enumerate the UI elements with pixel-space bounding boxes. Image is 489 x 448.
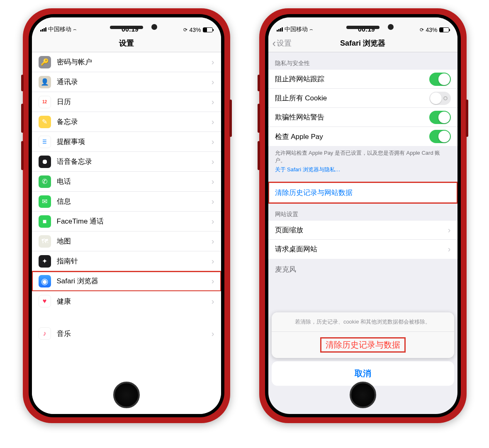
front-camera — [151, 24, 157, 30]
nav-title: Safari 浏览器 — [340, 38, 385, 48]
nav-bar: ‹ 设置 Safari 浏览器 — [268, 34, 457, 52]
chevron-right-icon: › — [212, 329, 214, 338]
settings-item-label: 备忘录 — [57, 117, 212, 127]
chevron-right-icon: › — [212, 157, 214, 166]
settings-item-label: 密码与帐户 — [57, 57, 212, 67]
toggle-switch[interactable] — [429, 92, 451, 105]
settings-item[interactable]: ◉Safari 浏览器› — [32, 271, 221, 291]
settings-item[interactable]: ■FaceTime 通话› — [32, 212, 221, 231]
settings-item-label: 提醒事项 — [57, 137, 212, 146]
settings-item[interactable]: ♪音乐› — [32, 324, 221, 343]
settings-item[interactable]: 12日历› — [32, 92, 221, 112]
front-camera — [388, 24, 394, 30]
power-button — [466, 100, 468, 137]
wifi-icon: ⌢ — [73, 26, 77, 33]
sheet-message: 若清除，历史记录、cookie 和其他浏览数据都会被移除。 — [272, 312, 454, 332]
settings-item[interactable]: ✆电话› — [32, 172, 221, 192]
settings-item-label: 地图 — [57, 236, 212, 246]
section-privacy-header: 隐私与安全性 — [268, 52, 457, 70]
settings-item[interactable]: 🔑密码与帐户› — [32, 52, 221, 72]
chevron-right-icon: › — [212, 256, 214, 266]
safari-settings-content[interactable]: 隐私与安全性 阻止跨网站跟踪阻止所有 Cookie欺骗性网站警告检查 Apple… — [268, 52, 457, 414]
phone-right: 中国移动 ⌢ 00:19 ⟳ 43% ‹ 设置 Safari 浏览器 隐私与安全… — [259, 8, 467, 423]
privacy-link[interactable]: 关于 Safari 浏览器与隐私… — [275, 166, 451, 173]
app-icon: ◉ — [39, 275, 51, 287]
volume-up — [21, 104, 24, 133]
carrier-label: 中国移动 — [48, 26, 71, 33]
app-icon: ■ — [39, 215, 51, 228]
sheet-clear-button[interactable]: 清除历史记录与数据 — [272, 332, 454, 358]
toggle-label: 阻止所有 Cookie — [275, 93, 429, 103]
battery-pct: 43% — [189, 27, 201, 33]
carrier-label: 中国移动 — [285, 26, 308, 33]
chevron-right-icon: › — [212, 276, 214, 286]
chevron-right-icon: › — [448, 244, 451, 254]
settings-item[interactable]: ✦指南针› — [32, 251, 221, 271]
settings-item-label: 电话 — [57, 177, 212, 186]
settings-item-label: Safari 浏览器 — [57, 276, 212, 286]
chevron-right-icon: › — [212, 236, 214, 246]
mute-switch — [258, 75, 260, 91]
app-icon: ✎ — [39, 116, 51, 128]
section-site-header: 网站设置 — [268, 203, 457, 221]
toggle-switch[interactable] — [429, 111, 451, 124]
chevron-right-icon: › — [212, 117, 214, 127]
settings-item[interactable]: 🗺地图› — [32, 231, 221, 251]
settings-item[interactable]: ✎备忘录› — [32, 112, 221, 132]
toggle-label: 欺骗性网站警告 — [275, 112, 429, 122]
battery-icon — [439, 27, 449, 32]
nav-bar: 设置 — [32, 34, 221, 52]
signal-icon — [40, 27, 46, 32]
toggle-switch[interactable] — [429, 73, 451, 86]
toggle-row: 阻止跨网站跟踪 — [268, 70, 457, 89]
settings-item[interactable]: ☰提醒事项› — [32, 132, 221, 152]
earpiece — [110, 26, 143, 29]
applepay-note: 允许网站检查 Apple Pay 是否已设置，以及您是否拥有 Apple Car… — [268, 146, 457, 177]
app-icon: 👤 — [39, 76, 51, 88]
toggle-row: 检查 Apple Pay — [268, 127, 457, 146]
settings-item-label: 音乐 — [57, 329, 212, 338]
volume-up — [258, 104, 260, 133]
site-settings-row[interactable]: 页面缩放› — [268, 221, 457, 240]
app-icon: ♪ — [39, 327, 51, 340]
settings-item-label: 日历 — [57, 97, 212, 107]
nav-title: 设置 — [119, 38, 134, 48]
settings-item-label: 语音备忘录 — [57, 157, 212, 166]
app-icon: 12 — [39, 96, 51, 108]
back-button[interactable]: ‹ 设置 — [272, 34, 292, 52]
chevron-right-icon: › — [212, 177, 214, 186]
chevron-right-icon: › — [448, 225, 451, 235]
row-label: 页面缩放 — [275, 225, 448, 235]
chevron-right-icon: › — [212, 77, 214, 87]
app-icon: ✉ — [39, 195, 51, 208]
site-settings-row[interactable]: 请求桌面网站› — [268, 240, 457, 259]
settings-item[interactable]: ⏺语音备忘录› — [32, 152, 221, 172]
toggle-label: 检查 Apple Pay — [275, 132, 429, 141]
app-icon: ♥ — [39, 295, 51, 307]
settings-list[interactable]: 🔑密码与帐户›👤通讯录›12日历›✎备忘录›☰提醒事项›⏺语音备忘录›✆电话›✉… — [32, 52, 221, 414]
chevron-right-icon: › — [212, 197, 214, 206]
app-icon: ✦ — [39, 255, 51, 268]
toggle-row: 阻止所有 Cookie — [268, 89, 457, 108]
settings-item-label: FaceTime 通话 — [57, 217, 212, 226]
battery-pct: 43% — [426, 27, 437, 33]
settings-item[interactable]: ✉信息› — [32, 192, 221, 212]
app-icon: ☰ — [39, 136, 51, 148]
action-sheet: 若清除，历史记录、cookie 和其他浏览数据都会被移除。 清除历史记录与数据 … — [268, 309, 457, 389]
settings-item-label: 指南针 — [57, 256, 212, 266]
screen-settings-main: 中国移动 ⌢ 00:19 ⟳ 43% 设置 🔑密码与帐户›👤通讯录›12日历›✎… — [32, 17, 221, 414]
home-button[interactable] — [350, 382, 376, 408]
settings-item[interactable]: 👤通讯录› — [32, 72, 221, 92]
clear-history-row[interactable]: 清除历史记录与网站数据 — [268, 182, 457, 203]
volume-down — [258, 141, 260, 170]
chevron-right-icon: › — [212, 297, 214, 306]
settings-item[interactable]: ♥健康› — [32, 291, 221, 311]
mute-switch — [21, 75, 24, 91]
back-label: 设置 — [277, 38, 292, 48]
row-label: 请求桌面网站 — [275, 244, 448, 254]
toggle-switch[interactable] — [429, 130, 451, 143]
earpiece — [346, 26, 380, 29]
note-text: 允许网站检查 Apple Pay 是否已设置，以及您是否拥有 Apple Car… — [275, 150, 440, 163]
toggle-label: 阻止跨网站跟踪 — [275, 74, 429, 84]
home-button[interactable] — [113, 382, 140, 408]
